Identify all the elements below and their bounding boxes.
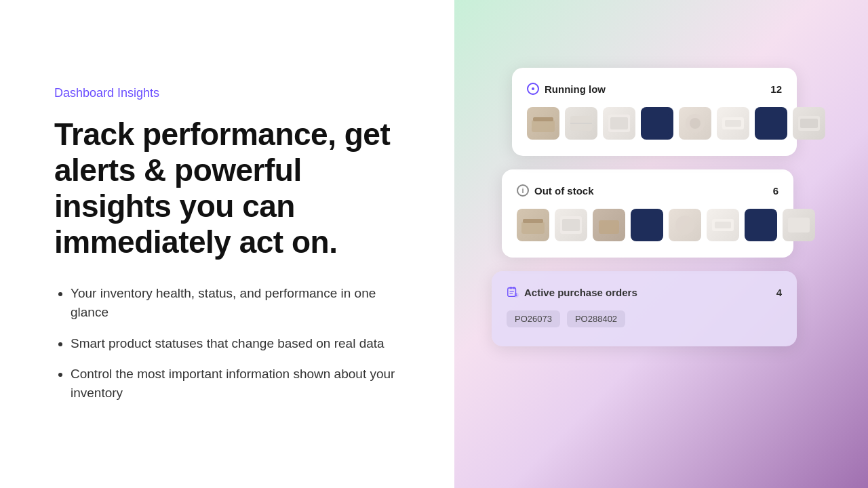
cards-container: Running low 12 bbox=[492, 68, 831, 420]
product-thumb-8 bbox=[793, 107, 825, 140]
running-low-icon bbox=[527, 83, 539, 95]
running-low-thumbnails bbox=[527, 107, 782, 140]
oos-thumb-3 bbox=[593, 209, 625, 241]
running-low-card: Running low 12 bbox=[512, 68, 797, 156]
out-of-stock-count: 6 bbox=[773, 185, 778, 197]
po-tags-list: PO26073 PO288402 bbox=[507, 310, 782, 327]
svg-rect-6 bbox=[646, 112, 669, 135]
oos-thumb-4 bbox=[631, 209, 663, 241]
purchase-orders-card: $ Active purchase orders 4 PO26073 PO288… bbox=[492, 271, 797, 346]
oos-thumb-1 bbox=[517, 209, 549, 241]
svg-rect-18 bbox=[599, 220, 619, 234]
bullet-item-1: Your inventory health, status, and perfo… bbox=[71, 284, 400, 321]
svg-rect-15 bbox=[523, 219, 543, 223]
svg-rect-27 bbox=[513, 287, 515, 289]
running-low-header-left: Running low bbox=[527, 83, 606, 95]
out-of-stock-header: i Out of stock 6 bbox=[517, 184, 778, 197]
purchase-orders-header-left: $ Active purchase orders bbox=[507, 286, 637, 298]
product-thumb-6 bbox=[717, 107, 749, 140]
po-tag-1: PO26073 bbox=[507, 310, 560, 327]
svg-rect-10 bbox=[725, 120, 741, 127]
section-label: Dashboard Insights bbox=[54, 86, 400, 100]
product-thumb-3 bbox=[603, 107, 635, 140]
svg-rect-14 bbox=[521, 222, 545, 234]
svg-point-8 bbox=[690, 118, 701, 129]
svg-rect-23 bbox=[749, 214, 772, 237]
bullet-item-2: Smart product statuses that change based… bbox=[71, 334, 400, 353]
oos-thumb-5 bbox=[669, 209, 701, 241]
product-thumb-2 bbox=[565, 107, 597, 140]
svg-rect-13 bbox=[800, 119, 818, 128]
svg-rect-19 bbox=[635, 214, 658, 237]
running-low-count: 12 bbox=[770, 83, 782, 95]
svg-rect-26 bbox=[510, 287, 513, 289]
purchase-orders-count: 4 bbox=[776, 287, 782, 298]
svg-rect-0 bbox=[532, 120, 555, 132]
running-low-title: Running low bbox=[545, 83, 606, 95]
left-panel: Dashboard Insights Track performance, ge… bbox=[0, 0, 454, 488]
svg-rect-11 bbox=[760, 112, 783, 135]
svg-rect-17 bbox=[562, 219, 580, 231]
svg-rect-24 bbox=[788, 218, 810, 232]
right-panel: Running low 12 bbox=[454, 0, 868, 488]
out-of-stock-thumbnails bbox=[517, 209, 778, 241]
purchase-orders-title: Active purchase orders bbox=[524, 287, 637, 298]
oos-thumb-6 bbox=[707, 209, 739, 241]
oos-thumb-8 bbox=[783, 209, 815, 241]
po-tag-2: PO288402 bbox=[567, 310, 625, 327]
product-thumb-7 bbox=[755, 107, 787, 140]
svg-rect-1 bbox=[533, 117, 553, 121]
out-of-stock-card: i Out of stock 6 bbox=[502, 169, 793, 258]
bullet-item-3: Control the most important information s… bbox=[71, 365, 400, 402]
oos-thumb-7 bbox=[745, 209, 777, 241]
svg-rect-5 bbox=[610, 117, 628, 129]
out-of-stock-header-left: i Out of stock bbox=[517, 184, 594, 197]
product-thumb-1 bbox=[527, 107, 559, 140]
out-of-stock-title: Out of stock bbox=[534, 185, 594, 197]
oos-thumb-2 bbox=[555, 209, 587, 241]
purchase-orders-icon: $ bbox=[507, 286, 519, 298]
out-of-stock-icon: i bbox=[517, 184, 529, 197]
product-thumb-5 bbox=[679, 107, 711, 140]
purchase-orders-header: $ Active purchase orders 4 bbox=[507, 286, 782, 298]
svg-point-20 bbox=[675, 216, 694, 235]
running-low-header: Running low 12 bbox=[527, 83, 782, 95]
headline: Track performance, get alerts & powerful… bbox=[54, 117, 400, 260]
bullet-list: Your inventory health, status, and perfo… bbox=[54, 284, 400, 402]
product-thumb-4 bbox=[641, 107, 673, 140]
svg-rect-22 bbox=[715, 222, 731, 228]
